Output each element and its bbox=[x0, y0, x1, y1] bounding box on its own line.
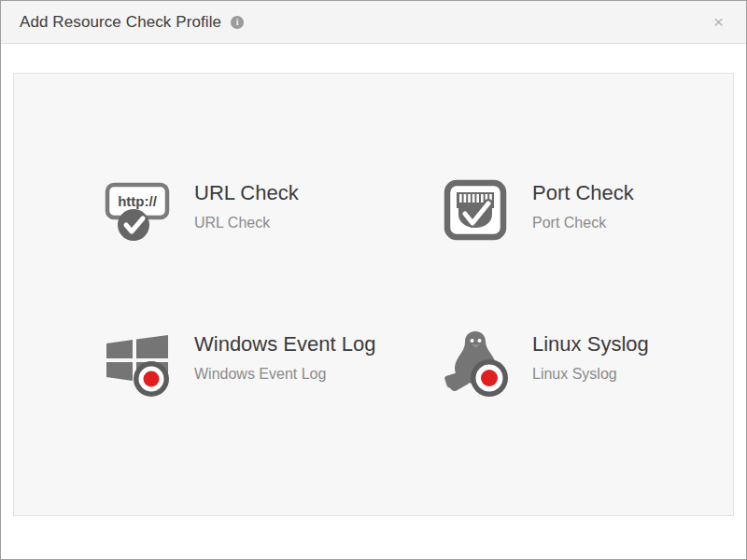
profile-title: Linux Syslog bbox=[532, 331, 649, 357]
profile-subtitle: Linux Syslog bbox=[532, 366, 649, 383]
dialog-body: http:// URL Check URL Check bbox=[1, 44, 746, 516]
profile-text: Port Check Port Check bbox=[532, 178, 634, 231]
profile-title: Windows Event Log bbox=[194, 331, 375, 357]
dialog-title: Add Resource Check Profile bbox=[20, 13, 221, 32]
profile-title: Port Check bbox=[532, 180, 634, 206]
dialog-header: Add Resource Check Profile i × bbox=[1, 1, 746, 44]
info-icon[interactable]: i bbox=[231, 16, 244, 29]
add-resource-check-profile-dialog: Add Resource Check Profile i × http:// U… bbox=[0, 0, 747, 560]
port-check-icon bbox=[441, 178, 512, 247]
profile-subtitle: Port Check bbox=[532, 215, 634, 231]
profile-text: Linux Syslog Linux Syslog bbox=[532, 329, 649, 383]
profile-title: URL Check bbox=[194, 180, 299, 206]
profile-text: URL Check URL Check bbox=[194, 178, 299, 231]
profile-option-linux-syslog[interactable]: Linux Syslog Linux Syslog bbox=[441, 329, 696, 413]
profile-subtitle: URL Check bbox=[194, 215, 299, 231]
profile-option-port-check[interactable]: Port Check Port Check bbox=[441, 178, 696, 262]
close-icon[interactable]: × bbox=[708, 9, 729, 35]
windows-event-log-icon bbox=[103, 329, 174, 399]
profile-option-url-check[interactable]: http:// URL Check URL Check bbox=[103, 178, 441, 262]
linux-syslog-icon bbox=[441, 329, 512, 399]
url-check-icon: http:// bbox=[103, 178, 174, 247]
profile-options-panel: http:// URL Check URL Check bbox=[13, 73, 734, 516]
profile-subtitle: Windows Event Log bbox=[194, 366, 375, 383]
profile-text: Windows Event Log Windows Event Log bbox=[194, 329, 375, 383]
profile-option-windows-event-log[interactable]: Windows Event Log Windows Event Log bbox=[103, 329, 441, 413]
svg-text:http://: http:// bbox=[118, 193, 157, 209]
